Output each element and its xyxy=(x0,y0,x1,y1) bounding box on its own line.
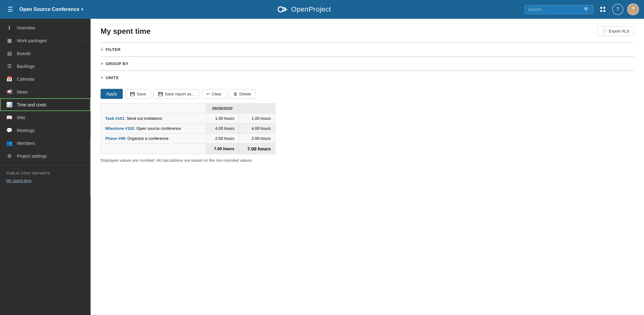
page-title-row: My spent time 📄 Export XLS xyxy=(101,26,634,36)
calendar-label: Calendar xyxy=(17,77,84,82)
table-row-milestone-102: Milestone #102: Open source conference 4… xyxy=(101,124,275,134)
row-desc-phase-99: : Organize a conference xyxy=(125,136,169,141)
row-label-phase-99: Phase #99: Organize a conference xyxy=(101,134,206,144)
header-right-controls: 🔍 ? xyxy=(525,3,639,15)
page-title: My spent time xyxy=(101,27,151,36)
group-by-header[interactable]: ∨ GROUP BY xyxy=(101,57,634,70)
delete-button[interactable]: 🗑 Delete xyxy=(229,89,256,99)
sidebar-item-work-packages[interactable]: ▦ Work packages → xyxy=(0,34,91,47)
sidebar-section-label: PUBLIC COST REPORTS xyxy=(0,168,91,176)
svg-rect-2 xyxy=(600,7,602,9)
svg-point-6 xyxy=(632,7,635,10)
work-packages-label: Work packages xyxy=(17,38,76,43)
overview-label: Overview xyxy=(17,25,84,30)
svg-point-7 xyxy=(630,11,636,13)
grid-menu-button[interactable] xyxy=(597,4,608,15)
boards-arrow-icon: → xyxy=(81,51,84,56)
save-report-as-label: Save report as... xyxy=(165,92,195,96)
meetings-icon: 💬 xyxy=(6,127,12,133)
sidebar-item-project-settings[interactable]: ⚙ Project settings → xyxy=(0,150,91,162)
wiki-icon: 📖 xyxy=(6,114,12,120)
search-icon[interactable]: 🔍 xyxy=(584,7,590,13)
table-total-header xyxy=(239,104,275,114)
action-buttons-row: Apply 💾 Save 💾 Save report as... ↩ Clear… xyxy=(101,84,634,103)
task-link-phase-99[interactable]: Phase #99 xyxy=(105,136,125,141)
table-footer-hours: 7.00 hours xyxy=(206,144,239,154)
backlogs-icon: ☰ xyxy=(6,63,12,69)
table-row-task-101: Task #101: Send out invitations 1.00 hou… xyxy=(101,114,275,124)
filter-header[interactable]: ∨ FILTER xyxy=(101,43,634,56)
filter-label: FILTER xyxy=(106,47,121,52)
sidebar-item-meetings[interactable]: 💬 Meetings xyxy=(0,124,91,137)
task-link-milestone-102[interactable]: Milestone #102 xyxy=(105,126,134,131)
sidebar-resize-handle[interactable] xyxy=(90,137,91,196)
logo-icon xyxy=(277,4,288,15)
clear-label: Clear xyxy=(212,92,221,96)
news-icon: 📢 xyxy=(6,89,12,95)
units-section: ∨ UNITS xyxy=(101,70,634,84)
project-selector[interactable]: Open Source Conference ▾ xyxy=(19,7,83,12)
sidebar-divider xyxy=(0,165,91,165)
project-chevron-icon: ▾ xyxy=(81,7,83,12)
row-total-task-101: 1.00 hours xyxy=(239,114,275,124)
row-total-phase-99: 2.00 hours xyxy=(239,134,275,144)
delete-icon: 🗑 xyxy=(233,92,237,96)
save-icon: 💾 xyxy=(130,92,135,96)
search-bar[interactable]: 🔍 xyxy=(525,5,593,14)
hamburger-button[interactable]: ☰ xyxy=(5,4,16,14)
app-layout: ℹ Overview ▦ Work packages → ▤ Boards → … xyxy=(0,19,644,315)
filter-section: ∨ FILTER xyxy=(101,42,634,56)
row-label-milestone-102: Milestone #102: Open source conference xyxy=(101,124,206,134)
members-icon: 👥 xyxy=(6,140,12,146)
svg-rect-5 xyxy=(603,10,605,12)
export-xls-button[interactable]: 📄 Export XLS xyxy=(597,26,634,36)
main-content: My spent time 📄 Export XLS ∨ FILTER ∨ GR… xyxy=(91,19,644,315)
task-link-task-101[interactable]: Task #101 xyxy=(105,116,124,121)
units-chevron-icon: ∨ xyxy=(101,76,103,80)
boards-icon: ▤ xyxy=(6,50,12,56)
user-avatar[interactable] xyxy=(627,3,639,15)
help-icon: ? xyxy=(617,7,619,12)
table-footer-row: 7.00 hours 7.00 hours xyxy=(101,144,275,154)
sidebar-item-calendar[interactable]: 📅 Calendar xyxy=(0,73,91,85)
units-header[interactable]: ∨ UNITS xyxy=(101,71,634,84)
project-settings-arrow-icon: → xyxy=(81,154,84,158)
report-table: 09/28/2020 Task #101: Send out invitatio… xyxy=(101,103,275,154)
sidebar-item-time-and-costs[interactable]: 📊 Time and costs xyxy=(0,98,91,111)
members-label: Members xyxy=(17,141,84,146)
search-input[interactable] xyxy=(528,7,582,12)
news-label: News xyxy=(17,89,84,94)
row-hours-phase-99: 2.00 hours xyxy=(206,134,239,144)
sidebar-item-overview[interactable]: ℹ Overview xyxy=(0,21,91,34)
save-button[interactable]: 💾 Save xyxy=(125,89,151,99)
sidebar-item-wiki[interactable]: 📖 Wiki xyxy=(0,111,91,124)
row-hours-milestone-102: 4.00 hours xyxy=(206,124,239,134)
sidebar-item-news[interactable]: 📢 News xyxy=(0,85,91,98)
sidebar: ℹ Overview ▦ Work packages → ▤ Boards → … xyxy=(0,19,91,315)
units-label: UNITS xyxy=(106,75,119,80)
group-by-chevron-icon: ∨ xyxy=(101,62,103,66)
delete-label: Delete xyxy=(239,92,251,96)
table-footer-label xyxy=(101,144,206,154)
work-packages-icon: ▦ xyxy=(6,38,12,43)
meetings-label: Meetings xyxy=(17,128,84,133)
logo-text: OpenProject xyxy=(291,5,331,13)
group-by-section: ∨ GROUP BY xyxy=(101,56,634,70)
project-settings-icon: ⚙ xyxy=(6,153,12,159)
svg-point-0 xyxy=(278,7,283,12)
overview-icon: ℹ xyxy=(6,25,12,31)
sidebar-item-members[interactable]: 👥 Members xyxy=(0,137,91,150)
save-report-as-button[interactable]: 💾 Save report as... xyxy=(153,89,199,99)
table-row-label-header xyxy=(101,104,206,114)
project-settings-label: Project settings xyxy=(17,154,76,159)
clear-button[interactable]: ↩ Clear xyxy=(202,89,226,99)
time-and-costs-label: Time and costs xyxy=(17,102,84,107)
calendar-icon: 📅 xyxy=(6,76,12,82)
apply-button[interactable]: Apply xyxy=(101,89,123,99)
help-button[interactable]: ? xyxy=(612,4,623,15)
sidebar-item-boards[interactable]: ▤ Boards → xyxy=(0,47,91,60)
backlogs-label: Backlogs xyxy=(17,64,84,69)
sidebar-item-backlogs[interactable]: ☰ Backlogs xyxy=(0,60,91,73)
sidebar-report-link[interactable]: My spent time xyxy=(0,176,91,185)
grid-icon xyxy=(600,6,606,13)
